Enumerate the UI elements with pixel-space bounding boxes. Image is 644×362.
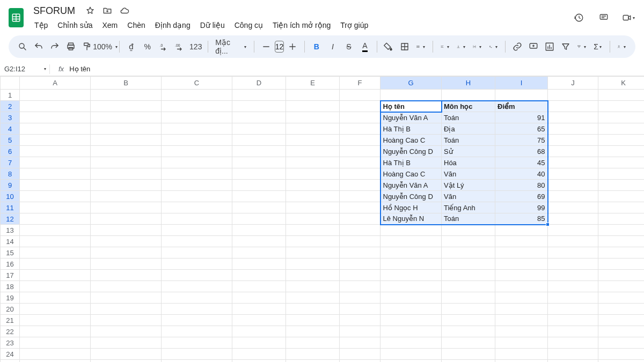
cell-A14[interactable]: [20, 236, 91, 247]
cell-C7[interactable]: [162, 157, 232, 168]
cell-I1[interactable]: [495, 90, 548, 101]
cell-I18[interactable]: [495, 281, 548, 292]
cell-D14[interactable]: [232, 236, 286, 247]
cell-B1[interactable]: [91, 90, 162, 101]
cell-C13[interactable]: [162, 225, 232, 236]
cell-D9[interactable]: [232, 180, 286, 191]
cell-D6[interactable]: [232, 146, 286, 157]
col-header-B[interactable]: B: [91, 77, 162, 90]
cell-C12[interactable]: [162, 213, 232, 225]
cell-D22[interactable]: [232, 326, 286, 337]
cell-E20[interactable]: [286, 304, 340, 315]
cell-D21[interactable]: [232, 315, 286, 326]
cell-B20[interactable]: [91, 304, 162, 315]
v-align-button[interactable]: ▾: [453, 39, 469, 54]
cell-G6[interactable]: Nguyễn Công D: [380, 146, 442, 157]
cell-B13[interactable]: [91, 225, 162, 236]
row-header-9[interactable]: 9: [1, 180, 20, 191]
cell-H18[interactable]: [442, 281, 495, 292]
row-header-24[interactable]: 24: [1, 349, 20, 360]
cell-J25[interactable]: [548, 360, 598, 363]
cell-B15[interactable]: [91, 247, 162, 258]
cell-I7[interactable]: 45: [495, 157, 548, 168]
cell-C22[interactable]: [162, 326, 232, 337]
cell-F18[interactable]: [340, 281, 380, 292]
cell-C1[interactable]: [162, 90, 232, 101]
row-header-22[interactable]: 22: [1, 326, 20, 337]
cell-E16[interactable]: [286, 258, 340, 270]
currency-button[interactable]: ₫: [124, 39, 139, 54]
row-header-20[interactable]: 20: [1, 304, 20, 315]
cell-E3[interactable]: [286, 112, 340, 123]
cell-B10[interactable]: [91, 191, 162, 202]
cell-E1[interactable]: [286, 90, 340, 101]
cell-J15[interactable]: [548, 247, 598, 258]
cell-C2[interactable]: [162, 101, 232, 112]
cell-G14[interactable]: [380, 236, 442, 247]
menu-tools[interactable]: Công cụ: [230, 19, 267, 32]
cell-B21[interactable]: [91, 315, 162, 326]
menu-file[interactable]: Tệp: [30, 19, 52, 32]
row-header-4[interactable]: 4: [1, 123, 20, 135]
cell-J5[interactable]: [548, 135, 598, 146]
cell-D4[interactable]: [232, 123, 286, 135]
cell-C16[interactable]: [162, 258, 232, 270]
cell-K5[interactable]: [598, 135, 645, 146]
cell-F5[interactable]: [340, 135, 380, 146]
col-header-J[interactable]: J: [548, 77, 598, 90]
cell-G11[interactable]: Hồ Ngọc H: [380, 202, 442, 213]
row-header-3[interactable]: 3: [1, 112, 20, 123]
print-icon[interactable]: [63, 39, 78, 54]
cell-H17[interactable]: [442, 270, 495, 281]
cell-J18[interactable]: [548, 281, 598, 292]
cell-F6[interactable]: [340, 146, 380, 157]
cell-K24[interactable]: [598, 349, 645, 360]
cell-I12[interactable]: 85: [495, 213, 548, 225]
cell-H20[interactable]: [442, 304, 495, 315]
cell-C8[interactable]: [162, 168, 232, 180]
decrease-decimal-icon[interactable]: .0: [156, 39, 171, 54]
cell-H6[interactable]: Sử: [442, 146, 495, 157]
cell-G7[interactable]: Hà Thị B: [380, 157, 442, 168]
cell-J24[interactable]: [548, 349, 598, 360]
cell-I9[interactable]: 80: [495, 180, 548, 191]
cell-F2[interactable]: [340, 101, 380, 112]
cell-E7[interactable]: [286, 157, 340, 168]
cell-K4[interactable]: [598, 123, 645, 135]
row-header-23[interactable]: 23: [1, 337, 20, 349]
cell-K1[interactable]: [598, 90, 645, 101]
cell-I22[interactable]: [495, 326, 548, 337]
cell-J20[interactable]: [548, 304, 598, 315]
menu-help[interactable]: Trợ giúp: [336, 19, 372, 32]
cell-H19[interactable]: [442, 292, 495, 304]
cell-I16[interactable]: [495, 258, 548, 270]
meet-icon[interactable]: ▾: [621, 11, 635, 25]
cell-K15[interactable]: [598, 247, 645, 258]
cell-G1[interactable]: [380, 90, 442, 101]
row-header-15[interactable]: 15: [1, 247, 20, 258]
cell-B18[interactable]: [91, 281, 162, 292]
cell-D7[interactable]: [232, 157, 286, 168]
cell-B19[interactable]: [91, 292, 162, 304]
cell-K2[interactable]: [598, 101, 645, 112]
cell-E2[interactable]: [286, 101, 340, 112]
cell-J14[interactable]: [548, 236, 598, 247]
cell-D2[interactable]: [232, 101, 286, 112]
cell-K20[interactable]: [598, 304, 645, 315]
cell-E5[interactable]: [286, 135, 340, 146]
cell-G23[interactable]: [380, 337, 442, 349]
text-color-button[interactable]: A: [357, 39, 372, 54]
cell-B8[interactable]: [91, 168, 162, 180]
cell-A8[interactable]: [20, 168, 91, 180]
cell-E11[interactable]: [286, 202, 340, 213]
cell-J7[interactable]: [548, 157, 598, 168]
cell-A20[interactable]: [20, 304, 91, 315]
cell-A21[interactable]: [20, 315, 91, 326]
cell-D12[interactable]: [232, 213, 286, 225]
font-size-input[interactable]: 12: [275, 41, 284, 53]
move-icon[interactable]: [102, 5, 113, 16]
cell-D24[interactable]: [232, 349, 286, 360]
font-select[interactable]: Mặc đị...▾: [212, 39, 250, 54]
cell-G20[interactable]: [380, 304, 442, 315]
filter-icon[interactable]: [558, 39, 573, 54]
